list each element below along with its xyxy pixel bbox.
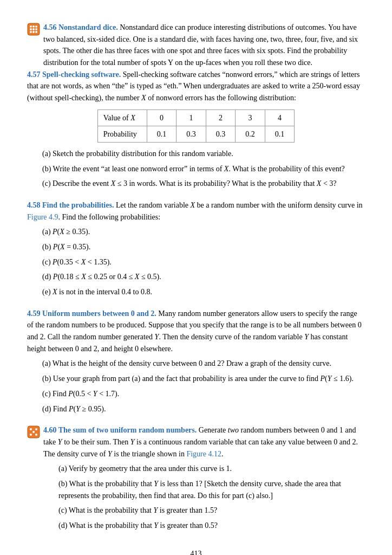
sub-label: (a) (42, 150, 51, 158)
table-cell: 4 (265, 109, 295, 126)
section-460-d: (d) What is the probability that Y is gr… (58, 520, 365, 532)
section-459-intro: 4.59 Uniform numbers between 0 and 2. Ma… (27, 308, 365, 355)
table-cell: 0 (147, 109, 177, 126)
section-460-c: (c) What is the probability that Y is gr… (58, 505, 365, 517)
section-460-content: 4.60 The sum of two uniform random numbe… (43, 424, 365, 532)
table-cell: 0.3 (206, 126, 236, 142)
section-456-content: 4.56 Nonstandard dice. Nonstandard dice … (43, 22, 365, 69)
svg-point-2 (32, 25, 35, 28)
section-459-a: (a) What is the height of the density cu… (42, 358, 365, 370)
svg-point-14 (35, 434, 37, 436)
sub-text: P(X = 0.35). (53, 243, 90, 251)
section-460-intro: 4.60 The sum of two uniform random numbe… (43, 424, 365, 460)
sub-text: What is the probability that Y is greate… (69, 506, 218, 514)
section-459: 4.59 Uniform numbers between 0 and 2. Ma… (27, 308, 365, 415)
svg-point-12 (35, 428, 37, 430)
table-cell: Probability (97, 126, 147, 142)
section-460: 4.60 The sum of two uniform random numbe… (27, 424, 365, 532)
section-456-title: 4.56 Nonstandard dice. (43, 23, 118, 31)
sub-text: Find P(Y ≥ 0.95). (53, 405, 106, 413)
section-460-icon (27, 425, 42, 442)
section-457: 4.57 Spell-checking software. Spell-chec… (27, 69, 365, 190)
section-458: 4.58 Find the probabilities. Let the ran… (27, 199, 365, 298)
section-456: 4.56 Nonstandard dice. Nonstandard dice … (27, 22, 365, 69)
section-457-intro: 4.57 Spell-checking software. Spell-chec… (27, 69, 365, 104)
sub-text: Sketch the probability distribution for … (53, 150, 233, 158)
section-457-a: (a) Sketch the probability distribution … (42, 148, 365, 160)
figure-ref-49: Figure 4.9 (27, 213, 58, 221)
section-460-b: (b) What is the probability that Y is le… (58, 478, 365, 501)
section-457-b: (b) Write the event “at least one nonwor… (42, 163, 365, 175)
sub-text: Find P(0.5 < Y < 1.7). (53, 390, 119, 398)
figure-ref-412: Figure 4.12 (186, 450, 221, 458)
section-457-title: 4.57 Spell-checking software. (27, 70, 121, 79)
section-458-title: 4.58 Find the probabilities. (27, 201, 114, 209)
table-cell: 0.1 (265, 126, 295, 142)
sub-label: (d) (42, 273, 51, 281)
sub-label: (a) (58, 464, 67, 473)
sub-label: (a) (42, 228, 51, 236)
sub-label: (b) (42, 165, 51, 173)
svg-point-7 (30, 31, 32, 33)
sub-text: What is the probability that Y is less t… (58, 480, 341, 500)
section-458-intro: 4.58 Find the probabilities. Let the ran… (27, 199, 365, 223)
svg-point-3 (35, 25, 37, 28)
section-459-c: (c) Find P(0.5 < Y < 1.7). (42, 388, 365, 400)
sub-text: P(0.35 < X < 1.35). (53, 258, 112, 266)
sub-label: (b) (42, 243, 51, 251)
sub-label: (c) (42, 179, 51, 188)
section-458-a: (a) P(X ≥ 0.35). (42, 226, 365, 238)
sub-label: (b) (58, 480, 67, 488)
section-458-d: (d) P(0.18 ≤ X ≤ 0.25 or 0.4 ≤ X ≤ 0.5). (42, 271, 365, 283)
page-number: 413 (27, 548, 365, 555)
sub-text: What is the probability that Y is greate… (69, 521, 218, 530)
sub-text: Describe the event X ≤ 3 in words. What … (53, 179, 336, 188)
table-cell: 2 (206, 109, 236, 126)
sub-text: Use your graph from part (a) and the fac… (53, 375, 354, 383)
svg-point-6 (35, 28, 37, 30)
sub-label: (d) (42, 405, 51, 413)
svg-point-13 (30, 434, 32, 436)
svg-point-4 (30, 28, 32, 30)
sub-label: (a) (42, 359, 51, 367)
table-cell: 0.2 (236, 126, 265, 142)
section-458-b: (b) P(X = 0.35). (42, 241, 365, 253)
section-460-a: (a) Verify by geometry that the area und… (58, 463, 365, 475)
sub-label: (b) (42, 375, 51, 383)
section-458-c: (c) P(0.35 < X < 1.35). (42, 256, 365, 268)
sub-text: P(0.18 ≤ X ≤ 0.25 or 0.4 ≤ X ≤ 0.5). (53, 273, 161, 281)
table-cell: 3 (236, 109, 265, 126)
table-header-row: Value of X 0 1 2 3 4 (97, 109, 295, 126)
section-459-d: (d) Find P(Y ≥ 0.95). (42, 403, 365, 415)
random-numbers-icon (27, 425, 40, 438)
dice-icon (27, 23, 40, 36)
section-457-c: (c) Describe the event X ≤ 3 in words. W… (42, 178, 365, 190)
sub-text: What is the height of the density curve … (53, 359, 331, 367)
table-data-row: Probability 0.1 0.3 0.3 0.2 0.1 (97, 126, 295, 142)
sub-label: (c) (58, 506, 67, 514)
sub-text: Write the event “at least one nonword er… (53, 165, 345, 173)
sub-text: P(X ≥ 0.35). (53, 228, 90, 236)
section-459-b: (b) Use your graph from part (a) and the… (42, 373, 365, 385)
svg-point-8 (32, 31, 35, 33)
svg-point-15 (32, 431, 35, 433)
sub-text: X is not in the interval 0.4 to 0.8. (53, 288, 152, 296)
svg-point-1 (30, 25, 32, 28)
svg-point-9 (35, 31, 37, 33)
table-cell: 0.1 (147, 126, 177, 142)
section-457-table: Value of X 0 1 2 3 4 Probability 0.1 0.3… (97, 109, 295, 143)
sub-label: (e) (42, 288, 51, 296)
section-458-e: (e) X is not in the interval 0.4 to 0.8. (42, 286, 365, 298)
table-cell: Value of X (97, 109, 147, 126)
sub-label: (d) (58, 521, 67, 530)
sub-label: (c) (42, 258, 51, 266)
svg-point-11 (30, 428, 32, 430)
table-cell: 0.3 (177, 126, 206, 142)
section-460-title: 4.60 The sum of two uniform random numbe… (43, 426, 197, 434)
table-cell: 1 (177, 109, 206, 126)
section-456-icon (27, 23, 42, 39)
sub-label: (c) (42, 390, 51, 398)
svg-point-5 (32, 28, 35, 30)
sub-text: Verify by geometry that the area under t… (69, 464, 232, 473)
section-459-title: 4.59 Uniform numbers between 0 and 2. (27, 309, 156, 318)
